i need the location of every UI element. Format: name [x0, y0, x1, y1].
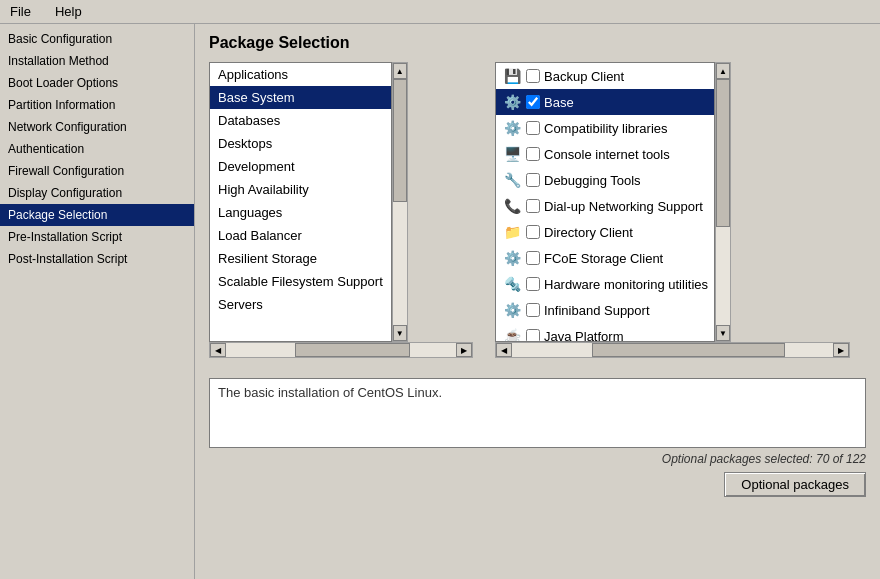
fcoe-checkbox[interactable] [526, 251, 540, 265]
categories-hscroll-thumb[interactable] [295, 343, 410, 357]
infiniband-checkbox[interactable] [526, 303, 540, 317]
packages-hscroll-left[interactable]: ◀ [496, 343, 512, 357]
sidebar-item-installation-method[interactable]: Installation Method [0, 50, 194, 72]
pkg-hw-monitoring[interactable]: 🔩 Hardware monitoring utilities [496, 271, 714, 297]
category-servers[interactable]: Servers [210, 293, 391, 316]
debugging-checkbox[interactable] [526, 173, 540, 187]
pkg-directory-client[interactable]: 📁 Directory Client [496, 219, 714, 245]
category-development[interactable]: Development [210, 155, 391, 178]
pkg-debugging[interactable]: 🔧 Debugging Tools [496, 167, 714, 193]
description-text: The basic installation of CentOS Linux. [218, 385, 442, 400]
category-resilient-storage[interactable]: Resilient Storage [210, 247, 391, 270]
corner-spacer-left [473, 342, 489, 358]
hw-monitoring-checkbox[interactable] [526, 277, 540, 291]
packages-scroll-thumb[interactable] [716, 79, 730, 227]
base-checkbox[interactable] [526, 95, 540, 109]
pkg-base[interactable]: ⚙️ Base [496, 89, 714, 115]
pkg-java[interactable]: ☕ Java Platform [496, 323, 714, 342]
categories-hscrollbar[interactable]: ◀ ▶ [209, 342, 473, 358]
pkg-backup-client[interactable]: 💾 Backup Client [496, 63, 714, 89]
backup-client-label: Backup Client [544, 69, 624, 84]
packages-list-with-scroll: 💾 Backup Client ⚙️ Base ⚙️ Compa [495, 62, 866, 342]
categories-scroll-thumb[interactable] [393, 79, 407, 202]
categories-scroll-down[interactable]: ▼ [393, 325, 407, 341]
sidebar-item-firewall[interactable]: Firewall Configuration [0, 160, 194, 182]
menu-file[interactable]: File [4, 2, 37, 21]
compat-libs-icon: ⚙️ [502, 118, 522, 138]
directory-client-checkbox[interactable] [526, 225, 540, 239]
infiniband-label: Infiniband Support [544, 303, 650, 318]
sidebar-item-pre-install[interactable]: Pre-Installation Script [0, 226, 194, 248]
hw-monitoring-icon: 🔩 [502, 274, 522, 294]
sidebar-item-partition[interactable]: Partition Information [0, 94, 194, 116]
optional-packages-button[interactable]: Optional packages [724, 472, 866, 497]
menu-help[interactable]: Help [49, 2, 88, 21]
category-desktops[interactable]: Desktops [210, 132, 391, 155]
categories-scroll-up[interactable]: ▲ [393, 63, 407, 79]
packages-wrapper: 💾 Backup Client ⚙️ Base ⚙️ Compa [495, 62, 866, 372]
category-load-balancer[interactable]: Load Balancer [210, 224, 391, 247]
sidebar-item-basic-configuration[interactable]: Basic Configuration [0, 28, 194, 50]
pkg-compat-libs[interactable]: ⚙️ Compatibility libraries [496, 115, 714, 141]
description-box: The basic installation of CentOS Linux. [209, 378, 866, 448]
compat-libs-label: Compatibility libraries [544, 121, 668, 136]
debugging-icon: 🔧 [502, 170, 522, 190]
backup-client-icon: 💾 [502, 66, 522, 86]
category-base-system[interactable]: Base System [210, 86, 391, 109]
directory-client-icon: 📁 [502, 222, 522, 242]
packages-vscrollbar[interactable]: ▲ ▼ [715, 62, 731, 342]
category-scalable-filesystem[interactable]: Scalable Filesystem Support [210, 270, 391, 293]
packages-scroll-down[interactable]: ▼ [716, 325, 730, 341]
pkg-console-internet[interactable]: 🖥️ Console internet tools [496, 141, 714, 167]
sidebar-item-authentication[interactable]: Authentication [0, 138, 194, 160]
sidebar-item-package-selection[interactable]: Package Selection [0, 204, 194, 226]
main-container: Basic Configuration Installation Method … [0, 24, 880, 579]
optional-count: Optional packages selected: 70 of 122 [209, 452, 866, 466]
dialup-checkbox[interactable] [526, 199, 540, 213]
pkg-fcoe[interactable]: ⚙️ FCoE Storage Client [496, 245, 714, 271]
directory-client-label: Directory Client [544, 225, 633, 240]
sidebar: Basic Configuration Installation Method … [0, 24, 195, 579]
pkg-dialup[interactable]: 📞 Dial-up Networking Support [496, 193, 714, 219]
categories-list[interactable]: Applications Base System Databases Deskt… [209, 62, 392, 342]
packages-hscroll-row: ◀ ▶ [495, 342, 866, 358]
dialup-label: Dial-up Networking Support [544, 199, 703, 214]
categories-hscroll-track [226, 343, 456, 357]
categories-hscroll-right[interactable]: ▶ [456, 343, 472, 357]
backup-client-checkbox[interactable] [526, 69, 540, 83]
category-languages[interactable]: Languages [210, 201, 391, 224]
corner-spacer-right [850, 342, 866, 358]
infiniband-icon: ⚙️ [502, 300, 522, 320]
packages-scroll-track [716, 79, 730, 325]
packages-list[interactable]: 💾 Backup Client ⚙️ Base ⚙️ Compa [495, 62, 715, 342]
categories-vscrollbar[interactable]: ▲ ▼ [392, 62, 408, 342]
dialup-icon: 📞 [502, 196, 522, 216]
category-high-availability[interactable]: High Availability [210, 178, 391, 201]
packages-hscrollbar[interactable]: ◀ ▶ [495, 342, 850, 358]
sidebar-item-boot-loader[interactable]: Boot Loader Options [0, 72, 194, 94]
categories-hscroll-left[interactable]: ◀ [210, 343, 226, 357]
hw-monitoring-label: Hardware monitoring utilities [544, 277, 708, 292]
content-area: Package Selection Applications Base Syst… [195, 24, 880, 579]
packages-hscroll-track [512, 343, 833, 357]
pkg-infiniband[interactable]: ⚙️ Infiniband Support [496, 297, 714, 323]
console-internet-icon: 🖥️ [502, 144, 522, 164]
debugging-label: Debugging Tools [544, 173, 641, 188]
category-databases[interactable]: Databases [210, 109, 391, 132]
base-icon: ⚙️ [502, 92, 522, 112]
console-internet-checkbox[interactable] [526, 147, 540, 161]
sidebar-item-display[interactable]: Display Configuration [0, 182, 194, 204]
categories-list-with-scroll: Applications Base System Databases Deskt… [209, 62, 489, 342]
lists-container: Applications Base System Databases Deskt… [209, 62, 866, 372]
sidebar-item-network[interactable]: Network Configuration [0, 116, 194, 138]
sidebar-item-post-install[interactable]: Post-Installation Script [0, 248, 194, 270]
menubar: File Help [0, 0, 880, 24]
category-applications[interactable]: Applications [210, 63, 391, 86]
packages-scroll-up[interactable]: ▲ [716, 63, 730, 79]
base-label: Base [544, 95, 574, 110]
compat-libs-checkbox[interactable] [526, 121, 540, 135]
packages-hscroll-thumb[interactable] [592, 343, 785, 357]
packages-hscroll-right[interactable]: ▶ [833, 343, 849, 357]
java-checkbox[interactable] [526, 329, 540, 342]
bottom-row: Optional packages [209, 472, 866, 497]
